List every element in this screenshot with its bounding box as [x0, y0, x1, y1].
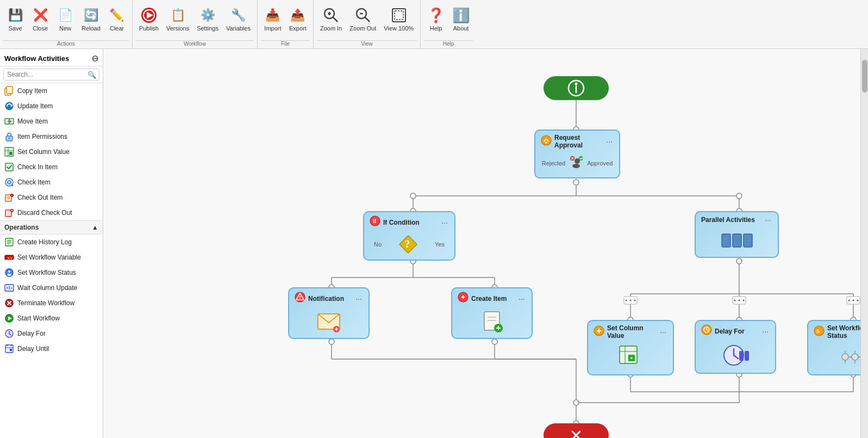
discard-check-out-icon: [4, 208, 14, 218]
zoom-out-button[interactable]: Zoom Out: [346, 4, 379, 34]
delay-for-menu[interactable]: ···: [761, 327, 770, 336]
zoom-in-label: Zoom In: [320, 25, 342, 32]
svg-point-113: [634, 300, 636, 301]
about-button[interactable]: ℹ️ About: [449, 4, 473, 34]
help-button[interactable]: ❓ Help: [424, 4, 448, 34]
svg-rect-173: [739, 351, 744, 361]
sidebar-search-container: 🔍: [0, 66, 103, 83]
sidebar-item-delay-for[interactable]: Delay For: [0, 326, 103, 341]
sidebar-item-set-workflow-variable[interactable]: XY Set Workflow Variable: [0, 250, 103, 265]
parallel-activities-menu[interactable]: ···: [764, 215, 772, 224]
sidebar-item-copy-item[interactable]: Copy Item: [0, 83, 103, 98]
sidebar-title: Workflow Activities: [4, 54, 69, 63]
sidebar-item-set-column-value[interactable]: Set Column Value: [0, 144, 103, 159]
svg-point-92: [410, 193, 416, 199]
svg-point-93: [736, 193, 742, 199]
svg-rect-60: [5, 345, 13, 353]
sidebar-item-delay-until[interactable]: Delay Until: [0, 341, 103, 356]
svg-line-6: [333, 17, 338, 22]
wait-column-update-label: Wait Column Update: [17, 284, 77, 292]
sidebar-item-terminate-workflow[interactable]: Terminate Workflow: [0, 295, 103, 311]
sidebar-item-check-in-item[interactable]: Check In Item: [0, 159, 103, 175]
sidebar-item-check-out-item[interactable]: Check Out Item: [0, 190, 103, 205]
sidebar-item-create-history-log[interactable]: Create History Log: [0, 235, 103, 250]
sidebar-item-item-permissions[interactable]: Item Permissions: [0, 129, 103, 144]
variables-button[interactable]: 🔧 Variables: [223, 4, 254, 34]
if-condition-icon: if: [370, 215, 380, 229]
close-label: Close: [33, 25, 48, 32]
svg-point-111: [626, 300, 627, 301]
section-operations-label: Operations: [4, 224, 39, 231]
svg-rect-137: [722, 234, 730, 247]
settings-button[interactable]: ⚙️ Settings: [193, 4, 222, 34]
clear-button[interactable]: ✏️ Clear: [105, 4, 129, 34]
svg-point-177: [842, 354, 848, 360]
toolbar-group-file: 📥 Import 📤 Export File: [258, 0, 314, 48]
check-in-item-label: Check In Item: [17, 163, 58, 171]
sidebar-item-update-item[interactable]: Update Item: [0, 98, 103, 114]
svg-point-128: [572, 164, 580, 168]
if-condition-node[interactable]: if If Condition ··· No ? Yes: [363, 211, 455, 261]
sidebar-item-discard-check-out[interactable]: Discard Check Out: [0, 205, 103, 220]
svg-point-46: [8, 270, 10, 273]
right-scrollbar[interactable]: [860, 49, 868, 438]
check-out-item-label: Check Out Item: [17, 194, 63, 201]
set-column-value-menu[interactable]: ···: [659, 328, 667, 336]
set-workflow-status-icon: [4, 268, 14, 277]
create-item-node[interactable]: Create Item ···: [451, 287, 533, 339]
item-permissions-label: Item Permissions: [17, 133, 67, 140]
import-icon: 📥: [264, 7, 282, 24]
create-history-log-label: Create History Log: [17, 238, 72, 246]
export-button[interactable]: 📤 Export: [286, 4, 310, 34]
import-button[interactable]: 📥 Import: [261, 4, 285, 34]
reload-button[interactable]: 🔄 Reload: [78, 4, 104, 34]
delay-for-title: Delay For: [715, 328, 745, 335]
save-button[interactable]: 💾 Save: [3, 4, 27, 34]
set-workflow-variable-label: Set Workflow Variable: [17, 254, 81, 261]
sidebar-item-start-workflow[interactable]: Start Workflow: [0, 311, 103, 326]
parallel-activities-node[interactable]: Parallel Activities ···: [695, 211, 779, 258]
start-node[interactable]: [544, 76, 609, 100]
set-workflow-status-node[interactable]: S Set Workflow Status ···: [807, 320, 860, 375]
svg-point-99: [329, 339, 334, 344]
new-button[interactable]: 📄 New: [53, 4, 77, 34]
notification-menu[interactable]: ···: [354, 294, 363, 303]
sidebar-collapse-icon[interactable]: ⊖: [91, 53, 98, 64]
set-column-value-node[interactable]: Set Column Value ···: [587, 320, 674, 375]
svg-rect-174: [745, 351, 749, 361]
svg-line-29: [11, 184, 13, 186]
svg-point-117: [743, 300, 745, 301]
toolbar-group-help: ❓ Help ℹ️ About Help: [421, 0, 476, 48]
create-item-menu[interactable]: ···: [517, 294, 526, 303]
export-icon: 📤: [289, 7, 307, 24]
reload-label: Reload: [82, 25, 101, 32]
terminate-workflow-label: Terminate Workflow: [17, 299, 74, 307]
versions-button[interactable]: 📋 Versions: [163, 4, 192, 34]
request-approval-node[interactable]: Request Approval ··· Rejected: [534, 129, 620, 178]
close-button[interactable]: ❌ Close: [28, 4, 52, 34]
end-node[interactable]: [544, 423, 609, 438]
close-icon: ❌: [32, 7, 49, 24]
view100-button[interactable]: View 100%: [380, 4, 417, 34]
scrollbar-thumb[interactable]: [862, 60, 867, 92]
delay-for-node[interactable]: Delay For ···: [695, 320, 776, 374]
if-condition-menu[interactable]: ···: [440, 218, 449, 227]
sidebar-item-wait-column-update[interactable]: Wait Column Update: [0, 280, 103, 295]
publish-button[interactable]: Publish: [136, 4, 162, 34]
approved-label: Approved: [587, 160, 613, 166]
notification-body-icon: [317, 311, 341, 332]
zoom-in-button[interactable]: Zoom In: [317, 4, 345, 34]
search-input[interactable]: [3, 69, 99, 81]
svg-rect-64: [10, 349, 12, 351]
new-icon: 📄: [57, 7, 74, 24]
save-label: Save: [8, 25, 22, 32]
terminate-workflow-icon: [4, 298, 14, 308]
notification-node[interactable]: Notification ···: [288, 287, 370, 339]
start-workflow-icon: [4, 313, 14, 323]
sidebar-item-move-item[interactable]: Move Item: [0, 114, 103, 129]
sidebar-item-check-item[interactable]: Check Item: [0, 175, 103, 190]
sidebar-item-set-workflow-status[interactable]: Set Workflow Status: [0, 265, 103, 280]
request-approval-menu[interactable]: ···: [605, 137, 614, 146]
delay-for-label: Delay For: [17, 330, 46, 337]
section-operations[interactable]: Operations ▲: [0, 220, 103, 235]
